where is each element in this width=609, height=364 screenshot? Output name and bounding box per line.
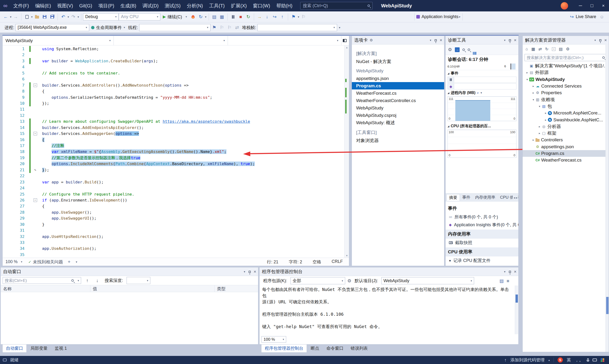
code-line[interactable]: 5// Add services to the container. (3, 70, 344, 76)
space-indicator[interactable]: 空格 (312, 259, 321, 265)
code-line[interactable]: 9 options.SerializerSettings.DateFormatS… (3, 94, 344, 100)
pmc-zoom-select[interactable]: 100 %▾ (261, 336, 286, 343)
code-line[interactable]: 6 (3, 76, 344, 82)
bookmark-caret[interactable]: ▾ (298, 15, 299, 19)
microphone-icon[interactable] (587, 358, 589, 361)
menu-item[interactable]: 项目(P) (95, 0, 117, 12)
code-line[interactable]: 29 app.UseSwaggerUI(); (3, 215, 344, 221)
tree-item[interactable]: ▸▢框架 (523, 130, 609, 137)
code-line[interactable]: 34app.UseAuthorization(); (3, 246, 344, 251)
step-out-icon[interactable]: ↑ (279, 13, 286, 20)
step-over-icon[interactable]: ↪ (271, 13, 278, 20)
menu-item[interactable]: 分析(N) (184, 0, 206, 12)
diagnostics-tab[interactable]: 摘要 (447, 194, 460, 201)
clear-console-icon[interactable]: ▤ (500, 279, 504, 283)
code-line[interactable]: 3var builder = WebApplication.CreateBuil… (3, 58, 344, 64)
expand-arrow[interactable]: ▾ (531, 98, 535, 101)
code-line[interactable]: 2 (3, 52, 344, 58)
package-source-select[interactable]: 全部▾ (290, 277, 345, 284)
code-line[interactable]: 14builder.Services.AddEndpointsApiExplor… (3, 125, 344, 130)
refresh-icon[interactable]: ↻ (545, 47, 549, 52)
keyboard-icon[interactable] (593, 359, 597, 361)
show-all-files-icon[interactable]: ▤ (559, 47, 563, 52)
menu-item[interactable]: 帮助(H) (273, 0, 296, 12)
open-document-item[interactable]: WebApiStudy (352, 104, 444, 112)
pmc-scrollbar[interactable] (515, 286, 518, 334)
member-breadcrumb-select[interactable]: ▾ (228, 36, 341, 45)
bookmark-icon[interactable]: ⚑ (290, 13, 297, 20)
code-cleanup-icon[interactable]: ✦ (66, 258, 73, 265)
continue-button[interactable]: ▶继续(C)▾ (160, 13, 189, 20)
expand-arrow[interactable]: ▾ (525, 78, 529, 81)
new-file-icon[interactable] (23, 13, 30, 20)
expand-arrow[interactable]: ▸ (537, 131, 542, 135)
diagnostics-tab[interactable]: 事件 (460, 194, 473, 201)
eol-indicator[interactable]: CRLF (332, 259, 343, 265)
navigate-back-caret[interactable]: ▾ (10, 15, 12, 19)
panel-menu-caret[interactable]: ▾ (430, 39, 431, 42)
new-file-caret[interactable]: ▾ (31, 15, 33, 19)
undo-icon[interactable]: ↶ (60, 13, 67, 20)
panel-menu-caret[interactable]: ▾ (244, 270, 245, 273)
code-line[interactable]: 11 (3, 106, 344, 112)
switch-views-icon[interactable]: ▦ (531, 47, 535, 52)
scroll-down-icon[interactable]: ▼ (344, 254, 349, 257)
flag-outline-icon[interactable]: ⚐ (218, 24, 225, 31)
code-line[interactable]: 4 (3, 64, 344, 70)
column-header[interactable]: 值 (90, 285, 214, 292)
ime-punctuation-indicator[interactable]: ，。 (575, 357, 583, 363)
code-line[interactable]: 33 (3, 240, 344, 246)
bottom-tab[interactable]: 命令窗口 (323, 344, 347, 352)
bottom-tab[interactable]: 程序包管理器控制台 (261, 344, 307, 352)
panel-close-icon[interactable]: × (514, 38, 517, 43)
properties-icon[interactable]: ⚙ (566, 47, 570, 52)
tree-item[interactable]: ▾▥依赖项 (523, 96, 609, 103)
menu-item[interactable]: 测试(S) (162, 0, 184, 12)
navigate-forward-icon[interactable]: → (12, 13, 19, 20)
expand-arrow[interactable]: ▸ (525, 71, 529, 74)
column-header[interactable]: 名称 (1, 285, 90, 292)
app-insights-events-link[interactable]: ◆Application Insights 事件(0 个, 共 0 个) (446, 221, 518, 229)
open-folder-icon[interactable] (33, 13, 40, 20)
toolbar-overflow-caret[interactable]: ▾ (339, 26, 340, 29)
code-line[interactable]: 12 (3, 113, 344, 118)
split-window-icon[interactable] (343, 39, 347, 42)
code-line[interactable]: 35 (3, 252, 344, 258)
menu-item[interactable]: 窗口(W) (250, 0, 273, 12)
flag-outline-2-icon[interactable]: ⚐ (226, 24, 233, 31)
solution-configuration-select[interactable]: Debug▾ (83, 13, 119, 20)
quick-search-box[interactable]: 搜索 (Ctrl+Q) (300, 2, 373, 10)
panel-close-icon[interactable]: × (514, 269, 517, 274)
code-line[interactable]: 17 //注释 (3, 143, 344, 149)
save-icon[interactable] (41, 13, 48, 20)
code-line[interactable]: 28 app.UseSwagger(); (3, 209, 344, 215)
show-next-statement-icon[interactable]: → (256, 13, 263, 20)
tree-item[interactable]: ▸NSwashbuckle.AspNetC... (523, 116, 609, 123)
scrollbar-thumb[interactable] (606, 297, 609, 314)
pin-icon[interactable] (509, 39, 511, 41)
solution-platform-select[interactable]: Any CPU▾ (119, 13, 160, 20)
code-line[interactable]: 7−builder.Services.AddControllers().AddN… (3, 82, 344, 88)
solution-explorer-scrollbar[interactable] (605, 45, 609, 352)
menu-item[interactable]: 视图(V) (54, 0, 76, 12)
expand-arrow[interactable]: ▸ (531, 138, 535, 142)
diagnostics-window-icon[interactable]: ▤ (211, 13, 218, 20)
open-document-item[interactable]: WeatherForecast.cs (352, 90, 444, 97)
restart-debugging-icon[interactable]: ↻ (245, 13, 252, 20)
user-avatar[interactable] (561, 2, 568, 10)
code-line[interactable]: 24 (3, 185, 344, 191)
thread-select[interactable]: ▾ (139, 24, 210, 31)
pin-icon[interactable] (599, 39, 601, 41)
live-share-button[interactable]: Live Share (576, 14, 596, 19)
code-line[interactable]: 23var app = builder.Build(); (3, 179, 344, 185)
sogou-ime-icon[interactable]: S (557, 357, 563, 363)
tree-item[interactable]: ▸Controllers (523, 137, 609, 143)
toggle-flagged-threads-icon[interactable]: ⇄ (233, 24, 241, 31)
tree-item[interactable]: ▸NMicrosoft.AspNetCore... (523, 110, 609, 116)
open-document-item[interactable]: WeatherForecastController.cs (352, 97, 444, 104)
document-health-indicator[interactable]: ✓未找到相关问题 (28, 259, 63, 265)
tab-settings-icon[interactable]: ⚙ (370, 38, 373, 42)
hot-reload-icon[interactable] (190, 13, 197, 20)
project-breadcrumb-select[interactable]: WebApiStudy▾ (3, 36, 114, 45)
code-line[interactable]: 21✎}); (3, 167, 344, 173)
